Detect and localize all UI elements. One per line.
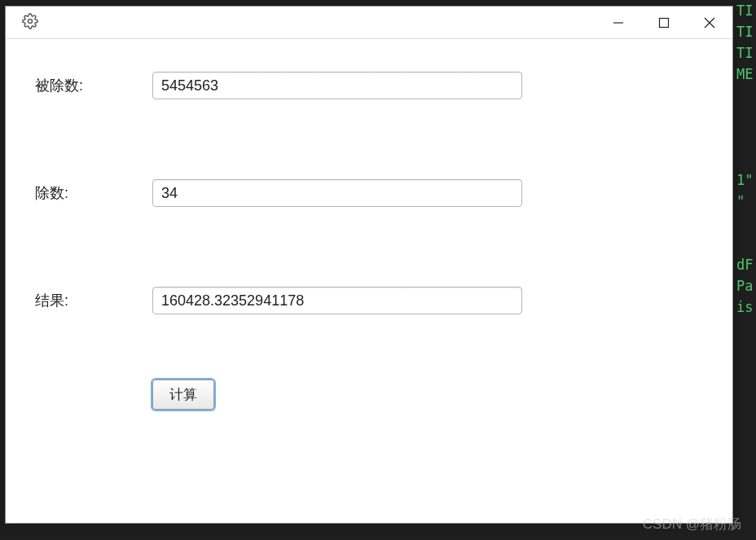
divisor-input[interactable]: [152, 179, 522, 207]
minimize-button[interactable]: [596, 7, 641, 38]
app-window: 被除数: 除数: 结果: 计算: [5, 6, 733, 524]
result-label: 结果:: [35, 291, 152, 310]
window-controls: [596, 7, 732, 38]
result-input[interactable]: [152, 287, 522, 314]
gear-icon: [22, 13, 38, 33]
close-button[interactable]: [687, 7, 732, 38]
svg-point-0: [29, 19, 33, 23]
svg-rect-2: [660, 18, 669, 27]
dividend-label: 被除数:: [35, 76, 152, 95]
maximize-button[interactable]: [641, 7, 687, 38]
background-code-fragment: TI TI TI ME 1" " dF Pa is: [736, 0, 756, 538]
result-row: 结果:: [35, 287, 703, 314]
calculate-button[interactable]: 计算: [152, 380, 214, 410]
divisor-row: 除数:: [35, 179, 703, 207]
form-content: 被除数: 除数: 结果: 计算: [6, 39, 732, 442]
dividend-row: 被除数:: [35, 72, 703, 99]
titlebar: [6, 7, 732, 39]
divisor-label: 除数:: [35, 183, 152, 203]
dividend-input[interactable]: [152, 72, 522, 99]
titlebar-left: [22, 13, 38, 33]
